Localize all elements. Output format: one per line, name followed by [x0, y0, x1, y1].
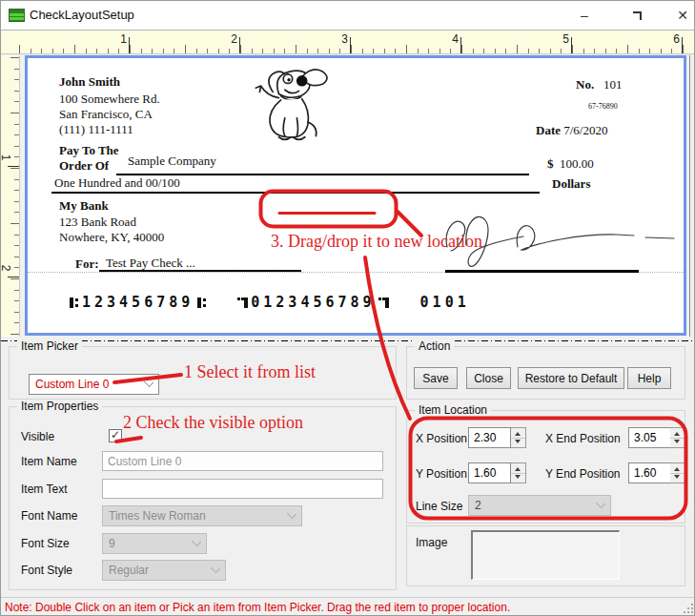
x-position-stepper[interactable] — [511, 427, 526, 448]
save-button[interactable]: Save — [414, 367, 458, 389]
bank-address1[interactable]: 123 Bank Road — [59, 215, 136, 230]
h-ruler-number: 4 — [439, 32, 459, 46]
x-end-position-stepper[interactable] — [670, 427, 685, 448]
chevron-down-icon — [144, 378, 153, 387]
page-break-line — [1, 340, 695, 341]
close-button[interactable]: ✕ — [667, 1, 695, 30]
close-action-button[interactable]: Close — [466, 367, 511, 389]
payer-address2[interactable]: San Francisco, CA — [59, 107, 153, 122]
micr-transit-icon — [196, 297, 207, 309]
micr-onus-icon — [237, 297, 248, 309]
line-size-dropdown[interactable]: 2 — [468, 495, 611, 516]
payer-name[interactable]: John Smith — [59, 74, 120, 90]
check-number-row[interactable]: No. 101 — [576, 77, 622, 92]
h-ruler-number: 2 — [218, 32, 237, 46]
item-location-group-label: Item Location — [415, 403, 491, 417]
payer-phone[interactable]: (111) 111-1111 — [59, 122, 133, 137]
line-size-value: 2 — [475, 499, 481, 512]
h-ruler-number: 6 — [661, 32, 680, 46]
font-name-dropdown[interactable]: Times New Roman — [102, 505, 302, 526]
dog-clipart[interactable] — [237, 66, 340, 142]
spin-down-icon — [515, 440, 521, 443]
amount-row[interactable]: $ 100.00 — [547, 156, 594, 172]
maximize-icon — [633, 11, 642, 20]
line-size-label: Line Size — [416, 500, 462, 513]
chevron-down-icon — [211, 564, 220, 573]
action-group: Action Save Close Restore to Default Hel… — [406, 346, 685, 400]
image-group: Image — [406, 525, 685, 586]
check-preview[interactable]: John Smith 100 Somewhere Rd. San Francis… — [25, 55, 686, 336]
y-position-stepper[interactable] — [511, 462, 526, 483]
y-end-position-label: Y End Position — [545, 467, 621, 481]
memo-text[interactable]: Test Pay Check ... — [106, 256, 195, 271]
restore-default-button[interactable]: Restore to Default — [518, 367, 624, 389]
h-ruler-number: 1 — [108, 32, 127, 46]
item-name-label: Item Name — [21, 455, 77, 468]
item-picker-group-label: Item Picker — [17, 339, 82, 353]
amount-words-underline — [51, 192, 540, 194]
date-value: 7/6/2020 — [563, 123, 607, 137]
pay-to-label-line1: Pay To The — [59, 143, 119, 158]
micr-line[interactable]: 123456789 0123456789 0101 — [66, 294, 470, 311]
item-text-field[interactable] — [102, 479, 383, 499]
font-style-label: Font Style — [21, 564, 72, 577]
visible-checkbox[interactable]: ✓ — [109, 429, 122, 442]
memo-underline — [99, 270, 301, 272]
payer-address1[interactable]: 100 Somewhere Rd. — [59, 92, 160, 107]
micr-account: 0123456789 — [251, 294, 375, 311]
for-label: For: — [75, 257, 99, 272]
h-ruler-number: 3 — [329, 32, 348, 46]
check-layout-setup-window: CheckLayoutSetup – ✕ 123456 12 John Smit… — [0, 0, 695, 616]
spin-up-icon — [674, 467, 680, 471]
item-location-group: Item Location X Position 2.30 X End Posi… — [406, 410, 685, 524]
item-picker-dropdown[interactable]: Custom Line 0 — [29, 374, 159, 395]
bank-name[interactable]: My Bank — [59, 198, 109, 214]
maximize-button[interactable] — [622, 1, 652, 30]
image-preview-box[interactable] — [471, 530, 620, 580]
spin-up-icon — [674, 432, 680, 436]
status-bar: Note: Double Click on an item or Pick an… — [1, 597, 695, 616]
v-ruler-number: 1 — [0, 154, 12, 161]
y-end-position-field[interactable]: 1.60 — [628, 462, 671, 483]
spin-up-icon — [515, 432, 521, 436]
item-text-label: Item Text — [21, 483, 67, 496]
x-end-position-field[interactable]: 3.05 — [628, 427, 671, 448]
h-ruler-number: 5 — [550, 32, 569, 46]
spin-down-icon — [674, 440, 680, 443]
check-number-value: 101 — [603, 77, 623, 92]
item-picker-value: Custom Line 0 — [35, 378, 109, 391]
y-end-position-value: 1.60 — [634, 466, 656, 480]
help-button[interactable]: Help — [627, 367, 671, 389]
spin-down-icon — [674, 475, 680, 479]
fraction-code[interactable]: 67-76890 — [588, 102, 618, 111]
font-style-dropdown[interactable]: Regular — [102, 560, 226, 581]
amount-value: 100.00 — [560, 156, 594, 171]
x-position-field[interactable]: 2.30 — [468, 427, 511, 448]
image-label: Image — [416, 536, 447, 549]
bank-address2[interactable]: Nowhere, KY, 40000 — [59, 230, 164, 245]
status-note: Note: Double Click on an item or Pick an… — [5, 601, 510, 614]
chevron-down-icon — [192, 537, 201, 546]
pay-to-label-line2: Order Of — [59, 158, 109, 174]
micr-onus-icon — [378, 297, 389, 309]
y-end-position-stepper[interactable] — [670, 462, 685, 483]
font-size-dropdown[interactable]: 9 — [102, 533, 207, 554]
item-properties-group: Item Properties Visible ✓ Item Name Item… — [9, 406, 397, 590]
signature-line — [445, 270, 639, 273]
x-position-label: X Position — [416, 432, 467, 445]
amount-words[interactable]: One Hundred and 00/100 — [54, 175, 180, 191]
spin-down-icon — [515, 475, 521, 479]
x-end-position-value: 3.05 — [634, 431, 656, 444]
date-row[interactable]: Date 7/6/2020 — [536, 123, 607, 138]
minimize-button[interactable]: – — [569, 1, 600, 30]
item-picker-group: Item Picker Custom Line 0 — [9, 346, 397, 400]
payee-name[interactable]: Sample Company — [128, 154, 216, 169]
window-title: CheckLayoutSetup — [30, 8, 134, 22]
horizontal-ruler: 123456 — [1, 30, 695, 54]
item-name-field[interactable] — [102, 451, 383, 471]
dollars-label: Dollars — [552, 176, 590, 192]
y-position-field[interactable]: 1.60 — [468, 462, 511, 483]
spin-up-icon — [515, 467, 521, 471]
micr-transit-icon — [69, 297, 79, 309]
resize-grip[interactable] — [684, 604, 693, 613]
